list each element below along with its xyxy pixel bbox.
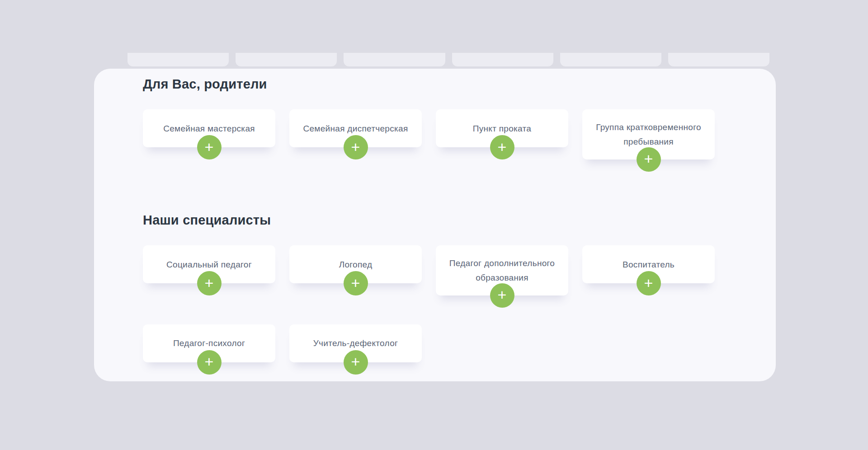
cards-row: Семейная мастерская + Семейная диспетчер…	[143, 109, 715, 159]
card-title: Воспитатель	[623, 258, 675, 272]
card-title: Педагог дополнительного образования	[447, 256, 557, 285]
content-panel: Для Вас, родители Семейная мастерская + …	[94, 69, 776, 381]
service-card[interactable]: Учитель-дефектолог +	[289, 324, 422, 362]
service-card[interactable]: Пункт проката +	[436, 109, 568, 147]
plus-icon: +	[644, 275, 653, 291]
service-card[interactable]: Социальный педагог +	[143, 245, 275, 283]
plus-icon: +	[205, 354, 214, 369]
plus-icon: +	[205, 275, 214, 291]
service-card[interactable]: Логопед +	[289, 245, 422, 283]
plus-icon: +	[644, 151, 653, 166]
plus-icon: +	[205, 139, 214, 155]
remnant-card-shadow	[560, 53, 661, 66]
service-card[interactable]: Педагог дополнительного образования +	[436, 245, 568, 295]
card-title: Логопед	[339, 258, 373, 272]
plus-icon: +	[498, 139, 507, 155]
expand-button[interactable]: +	[490, 283, 514, 308]
card-title: Группа кратковременного пребывания	[593, 120, 704, 149]
service-card[interactable]: Воспитатель +	[582, 245, 715, 283]
previous-section-remnant	[127, 0, 769, 66]
expand-button[interactable]: +	[197, 350, 222, 375]
service-card[interactable]: Педагог-психолог +	[143, 324, 275, 362]
section-title: Наши специалисты	[143, 212, 776, 228]
expand-button[interactable]: +	[490, 135, 514, 159]
expand-button[interactable]: +	[344, 271, 368, 295]
cards-row: Социальный педагог + Логопед + Педагог д…	[143, 245, 715, 362]
expand-button[interactable]: +	[637, 271, 661, 295]
remnant-card-shadow	[344, 53, 445, 66]
plus-icon: +	[498, 287, 507, 302]
card-title: Учитель-дефектолог	[313, 336, 398, 350]
section-parents: Для Вас, родители Семейная мастерская + …	[143, 76, 776, 159]
expand-button[interactable]: +	[637, 147, 661, 172]
expand-button[interactable]: +	[197, 271, 222, 295]
card-title: Социальный педагог	[166, 258, 252, 272]
expand-button[interactable]: +	[197, 135, 222, 159]
card-title: Пункт проката	[473, 122, 531, 136]
card-title: Семейная мастерская	[163, 122, 255, 136]
plus-icon: +	[351, 354, 360, 369]
remnant-card-shadow	[452, 53, 553, 66]
service-card[interactable]: Семейная диспетчерская +	[289, 109, 422, 147]
expand-button[interactable]: +	[344, 135, 368, 159]
plus-icon: +	[351, 275, 360, 291]
remnant-card-shadow	[127, 53, 229, 66]
card-title: Педагог-психолог	[173, 336, 245, 350]
card-title: Семейная диспетчерская	[303, 122, 408, 136]
remnant-card-shadow	[668, 53, 769, 66]
section-title: Для Вас, родители	[143, 76, 776, 92]
section-specialists: Наши специалисты Социальный педагог + Ло…	[143, 212, 776, 362]
plus-icon: +	[351, 139, 360, 155]
expand-button[interactable]: +	[344, 350, 368, 375]
remnant-card-shadow	[236, 53, 337, 66]
service-card[interactable]: Группа кратковременного пребывания +	[582, 109, 715, 159]
service-card[interactable]: Семейная мастерская +	[143, 109, 275, 147]
